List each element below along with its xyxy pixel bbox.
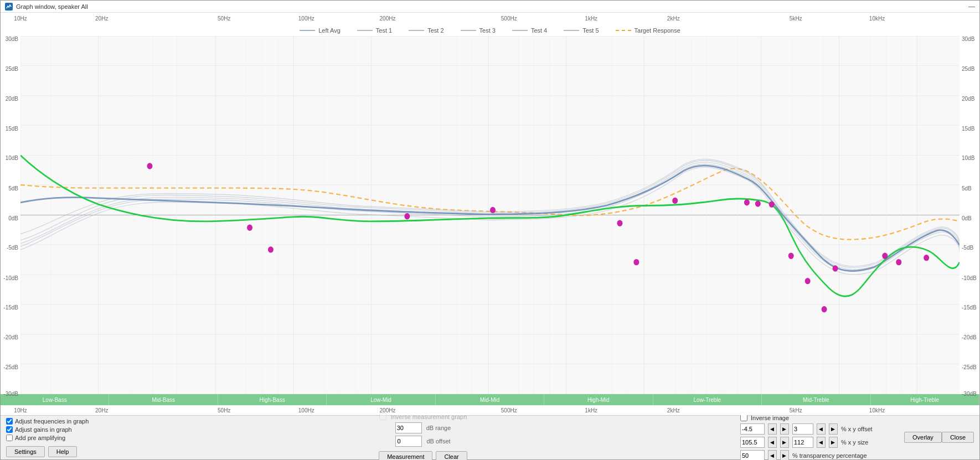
chart-inner[interactable] xyxy=(20,36,960,394)
y-15db-right: 15dB xyxy=(962,126,974,132)
x-label-200hz-bot: 200Hz xyxy=(380,407,396,414)
measurement-button[interactable]: Measurement xyxy=(379,451,432,460)
y-25db-right: 25dB xyxy=(962,66,974,72)
y-0db-right: 0dB xyxy=(962,215,972,221)
y-axis-right: 30dB 25dB 20dB 15dB 10dB 5dB 0dB -5dB -1… xyxy=(960,36,979,394)
transparency-dec[interactable]: ◀ xyxy=(768,450,777,460)
x-axis-bottom: 10Hz 20Hz 50Hz 100Hz 200Hz 500Hz 1kHz 2k… xyxy=(1,405,979,415)
legend-label-test3: Test 3 xyxy=(479,27,496,34)
x-label-500hz-top: 500Hz xyxy=(501,15,517,22)
controls-center: Inverse measurement graph dB range dB of… xyxy=(117,413,729,460)
overlay-button[interactable]: Overlay xyxy=(904,432,942,443)
xy-offset-x-dec[interactable]: ◀ xyxy=(768,423,777,435)
band-mid-bass: Mid-Bass xyxy=(109,394,218,405)
x-label-100hz-top: 100Hz xyxy=(298,15,314,22)
adjust-frequencies-label: Adjust frequencies in graph xyxy=(15,418,89,425)
svg-point-69 xyxy=(833,265,838,271)
settings-button[interactable]: Settings xyxy=(6,446,45,457)
svg-point-62 xyxy=(672,198,678,204)
main-window: Graph window, speaker All — 10Hz 20Hz 50… xyxy=(0,0,980,460)
x-label-5khz-bot: 5kHz xyxy=(790,407,802,414)
legend-test4: Test 4 xyxy=(512,27,547,34)
xy-offset-y-inc[interactable]: ▶ xyxy=(829,423,838,435)
x-label-2khz-top: 2kHz xyxy=(667,15,680,22)
controls-left: Adjust frequencies in graph Adjust gains… xyxy=(6,418,117,457)
adjust-gains-row: Adjust gains in graph xyxy=(6,426,117,433)
legend-target: Target Response xyxy=(616,27,680,34)
legend-test5: Test 5 xyxy=(564,27,599,34)
db-range-input[interactable] xyxy=(395,422,422,433)
xy-size-x-inc[interactable]: ▶ xyxy=(780,437,789,448)
y-30db-left: 30dB xyxy=(6,36,18,42)
minimize-button[interactable]: — xyxy=(968,3,975,11)
app-icon xyxy=(5,3,13,11)
add-pre-amplifying-label: Add pre amplifying xyxy=(15,435,65,441)
legend-test2: Test 2 xyxy=(409,27,443,34)
graph-area: 10Hz 20Hz 50Hz 100Hz 200Hz 500Hz 1kHz 2k… xyxy=(1,13,979,415)
clear-button[interactable]: Clear xyxy=(436,451,467,460)
window-title: Graph window, speaker All xyxy=(16,3,88,10)
left-buttons: Settings Help xyxy=(6,446,117,457)
band-high-bass: High-Bass xyxy=(218,394,327,405)
y-5db-left: 5dB xyxy=(8,185,18,192)
title-bar-left: Graph window, speaker All xyxy=(5,3,88,11)
legend: Left Avg Test 1 Test 2 Test 3 Test 4 Tes… xyxy=(1,24,979,36)
y-25db-left: 25dB xyxy=(6,66,18,72)
svg-point-57 xyxy=(268,246,274,252)
legend-test1: Test 1 xyxy=(357,27,392,34)
y-10db-left: 10dB xyxy=(6,155,18,161)
adjust-gains-label: Adjust gains in graph xyxy=(15,426,72,433)
db-range-row: dB range xyxy=(395,422,451,433)
svg-point-63 xyxy=(744,199,750,205)
xy-size-y-input[interactable] xyxy=(792,437,813,448)
legend-line-test2 xyxy=(409,30,424,31)
db-offset-input[interactable] xyxy=(395,436,422,447)
xy-size-x-input[interactable] xyxy=(740,437,765,448)
xy-size-row: ◀ ▶ ◀ ▶ % x y size xyxy=(740,437,895,448)
xy-size-y-dec[interactable]: ◀ xyxy=(817,437,826,448)
x-label-10hz-bot: 10Hz xyxy=(14,407,27,414)
svg-point-70 xyxy=(882,253,888,259)
legend-line-test1 xyxy=(357,30,373,31)
xy-offset-y-input[interactable] xyxy=(792,423,813,435)
xy-size-x-dec[interactable]: ◀ xyxy=(768,437,777,448)
xy-offset-x-input[interactable] xyxy=(740,423,765,435)
y-n15db-right: -15dB xyxy=(962,304,977,311)
adjust-frequencies-checkbox[interactable] xyxy=(6,418,13,425)
x-label-2khz-bot: 2kHz xyxy=(667,407,680,414)
chart-wrapper: 30dB 25dB 20dB 15dB 10dB 5dB 0dB -5dB -1… xyxy=(1,36,979,394)
transparency-input[interactable] xyxy=(740,450,765,460)
legend-line-left-avg xyxy=(300,30,315,31)
svg-point-58 xyxy=(404,213,410,219)
y-n30db-left: -30dB xyxy=(3,391,18,397)
xy-offset-x-inc[interactable]: ▶ xyxy=(780,423,789,435)
help-button[interactable]: Help xyxy=(48,446,78,457)
close-button[interactable]: Close xyxy=(942,432,974,443)
y-axis-left: 30dB 25dB 20dB 15dB 10dB 5dB 0dB -5dB -1… xyxy=(1,36,20,394)
transparency-inc[interactable]: ▶ xyxy=(780,450,789,460)
band-mid-mid: Mid-Mid xyxy=(436,394,544,405)
adjust-gains-checkbox[interactable] xyxy=(6,426,13,433)
legend-label-left-avg: Left Avg xyxy=(318,27,341,34)
band-labels: Low-Bass Mid-Bass High-Bass Low-Mid Mid-… xyxy=(1,394,979,405)
legend-label-test2: Test 2 xyxy=(427,27,443,34)
svg-point-55 xyxy=(147,163,152,169)
x-label-50hz-bot: 50Hz xyxy=(218,407,230,414)
y-n10db-left: -10dB xyxy=(3,275,18,281)
y-20db-left: 20dB xyxy=(6,96,18,102)
y-15db-left: 15dB xyxy=(6,126,18,132)
svg-point-71 xyxy=(896,259,901,265)
inverse-measurement-checkbox xyxy=(379,413,386,420)
svg-point-56 xyxy=(247,225,252,231)
x-label-5khz-top: 5kHz xyxy=(790,15,802,22)
y-n30db-right: -30dB xyxy=(962,391,977,397)
band-low-treble: Low-Treble xyxy=(653,394,762,405)
xy-size-y-inc[interactable]: ▶ xyxy=(829,437,838,448)
far-right-controls: Close xyxy=(942,432,974,444)
legend-label-test1: Test 1 xyxy=(376,27,392,34)
db-range-label: dB range xyxy=(426,425,451,431)
xy-offset-y-dec[interactable]: ◀ xyxy=(817,423,826,435)
y-n5db-left: -5dB xyxy=(7,245,18,251)
add-pre-amplifying-checkbox[interactable] xyxy=(6,435,13,441)
overlay-area: Overlay xyxy=(904,432,942,444)
